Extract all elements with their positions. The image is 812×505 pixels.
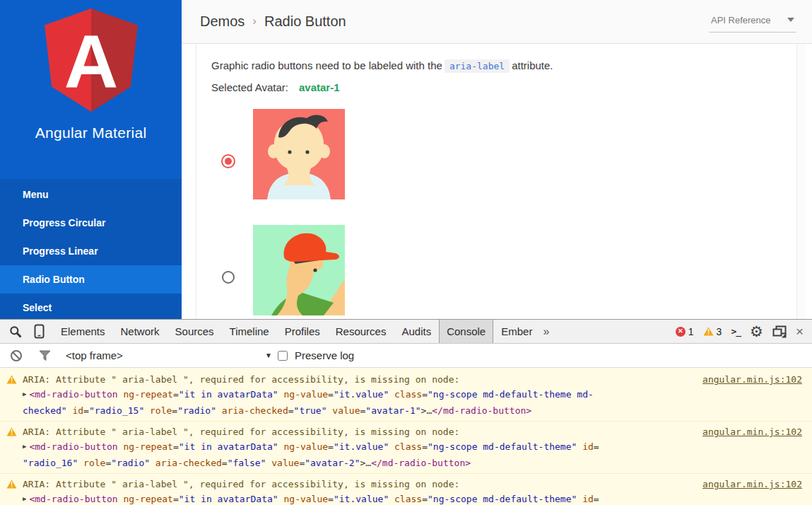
console-node-line: ▶<md-radio-button ng-repeat="it in avata… [23, 492, 802, 505]
sidebar: A Angular Material Menu Progress Circula… [0, 0, 182, 320]
error-count: 1 [688, 326, 694, 337]
frame-selector-dropdown[interactable]: <top frame> ▼ [66, 349, 272, 361]
close-icon[interactable]: × [796, 325, 804, 338]
radio-button-avatar-2-unselected[interactable] [222, 271, 235, 284]
avatar-1-image[interactable] [253, 109, 345, 199]
page-header: Demos › Radio Button API Reference [182, 0, 812, 44]
console-warning-text: ARIA: Attribute " aria-label ", required… [23, 372, 694, 387]
selected-avatar-label: Selected Avatar: [211, 81, 288, 93]
app-title: Angular Material [35, 124, 147, 141]
device-mode-icon[interactable] [34, 324, 45, 339]
devtools-panel: Elements Network Sources Timeline Profil… [0, 319, 812, 505]
svg-text:!: ! [11, 429, 13, 436]
demo-content: Graphic radio buttons need to be labeled… [182, 44, 812, 320]
tab-profiles[interactable]: Profiles [277, 320, 328, 343]
radio-dot [225, 158, 232, 165]
tab-audits[interactable]: Audits [394, 320, 439, 343]
console-warning-text: ARIA: Attribute " aria-label ", required… [23, 477, 694, 492]
description-line: Graphic radio buttons need to be labeled… [211, 56, 812, 76]
sidebar-item-progress-linear[interactable]: Progress Linear [0, 237, 182, 265]
console-node-line: ▶<md-radio-button ng-repeat="it in avata… [23, 439, 802, 455]
demo-left-divider [196, 44, 196, 320]
tab-overflow-icon[interactable]: » [543, 325, 549, 338]
error-count-badge[interactable]: ✕ 1 [676, 326, 694, 337]
selected-avatar-value: avatar-1 [299, 81, 340, 93]
sidebar-logo-area: A Angular Material [0, 0, 182, 179]
avatar-2-image[interactable] [253, 225, 345, 315]
console-warning-row: !ARIA: Attribute " aria-label ", require… [0, 369, 812, 422]
api-reference-label: API Reference [711, 15, 771, 25]
clear-console-icon[interactable] [10, 349, 23, 362]
sidebar-item-menu[interactable]: Menu [0, 180, 182, 209]
console-node-line: checked" id="radio_15" role="radio" aria… [23, 403, 802, 418]
preserve-log-checkbox[interactable] [278, 351, 288, 361]
console-warning-row: !ARIA: Attribute " aria-label ", require… [0, 474, 812, 505]
preserve-log-label: Preserve log [295, 349, 354, 361]
svg-text:!: ! [11, 481, 13, 489]
breadcrumb-separator-icon: › [252, 14, 257, 28]
warning-icon: ! [703, 327, 714, 336]
console-drawer-icon[interactable]: >_ [731, 326, 741, 337]
description-prefix: Graphic radio buttons need to be labeled… [211, 59, 442, 71]
demo-scrollbar[interactable] [796, 44, 806, 320]
warning-count: 3 [717, 326, 722, 337]
tab-ember[interactable]: Ember [493, 320, 540, 343]
warning-icon: ! [6, 427, 17, 436]
console-node-line: "radio_16" role="radio" aria-checked="fa… [23, 455, 802, 470]
breadcrumb-page-title: Radio Button [264, 13, 346, 30]
console-toolbar: <top frame> ▼ Preserve log [0, 344, 812, 368]
sidebar-nav: Menu Progress Circular Progress Linear R… [0, 179, 182, 322]
main-area: Demos › Radio Button API Reference Graph… [182, 0, 812, 320]
error-icon: ✕ [676, 327, 686, 337]
warning-icon: ! [6, 375, 17, 384]
angular-logo-icon: A [43, 8, 139, 112]
console-warning-text: ARIA: Attribute " aria-label ", required… [23, 424, 694, 439]
sidebar-item-progress-circular[interactable]: Progress Circular [0, 209, 182, 237]
warning-count-badge[interactable]: ! 3 [703, 326, 722, 337]
tab-network[interactable]: Network [113, 320, 167, 343]
tab-sources[interactable]: Sources [167, 320, 222, 343]
frame-selector-value: <top frame> [66, 349, 123, 361]
demo-description: Graphic radio buttons need to be labeled… [211, 56, 812, 98]
search-icon[interactable] [9, 325, 22, 338]
breadcrumb-demos[interactable]: Demos [200, 13, 245, 30]
tab-elements[interactable]: Elements [53, 320, 113, 343]
svg-text:!: ! [707, 328, 710, 336]
aria-label-code-chip: aria-label [445, 59, 510, 73]
sidebar-item-radio-button[interactable]: Radio Button [0, 265, 182, 294]
console-source-link[interactable]: angular.min.js:102 [702, 372, 802, 387]
radio-button-avatar-1-selected[interactable] [221, 154, 235, 168]
sidebar-item-select[interactable]: Select [0, 294, 182, 322]
tab-timeline[interactable]: Timeline [222, 320, 277, 343]
expand-arrow-icon[interactable]: ▶ [23, 387, 26, 402]
tab-console[interactable]: Console [439, 320, 493, 343]
expand-arrow-icon[interactable]: ▶ [23, 439, 26, 454]
devtools-status-icons: ✕ 1 ! 3 >_ ⚙ × [676, 324, 812, 339]
console-source-link[interactable]: angular.min.js:102 [702, 424, 802, 439]
svg-text:A: A [64, 20, 118, 103]
console-messages: !ARIA: Attribute " aria-label ", require… [0, 369, 812, 505]
devtools-tabbar: Elements Network Sources Timeline Profil… [0, 320, 812, 344]
filter-icon[interactable] [39, 350, 51, 361]
console-node-line: ▶<md-radio-button ng-repeat="it in avata… [23, 387, 802, 403]
description-suffix: attribute. [512, 59, 553, 71]
dropdown-caret-icon: ▼ [265, 352, 272, 359]
gear-icon[interactable]: ⚙ [750, 324, 763, 339]
tab-resources[interactable]: Resources [328, 320, 394, 343]
breadcrumb: Demos › Radio Button [200, 13, 346, 30]
svg-text:!: ! [11, 376, 13, 384]
chevron-down-icon [787, 18, 794, 22]
dock-side-icon[interactable] [772, 325, 787, 338]
console-warning-row: !ARIA: Attribute " aria-label ", require… [0, 422, 812, 474]
selected-avatar-line: Selected Avatar:avatar-1 [211, 78, 812, 98]
expand-arrow-icon[interactable]: ▶ [23, 492, 26, 505]
warning-icon: ! [6, 480, 17, 489]
api-reference-select[interactable]: API Reference [709, 11, 796, 33]
console-source-link[interactable]: angular.min.js:102 [702, 477, 802, 492]
